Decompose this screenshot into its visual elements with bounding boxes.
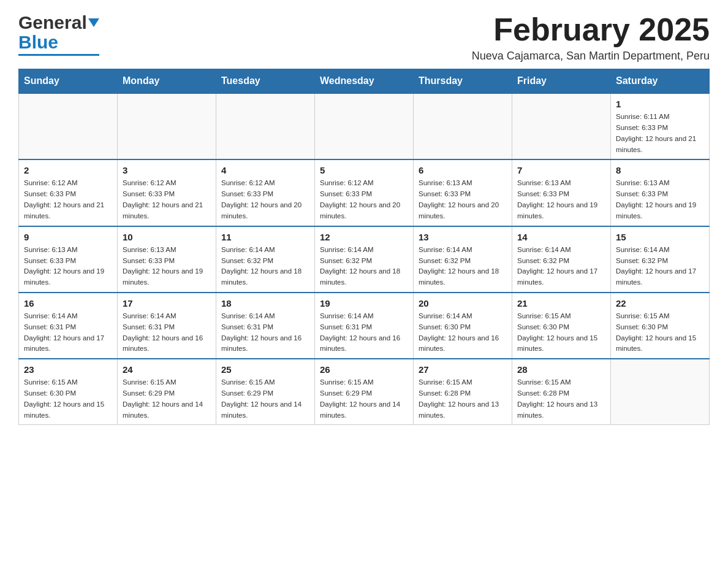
location-title: Nueva Cajamarca, San Martin Department, …: [472, 50, 710, 63]
logo-triangle-icon: [88, 18, 99, 27]
weekday-header-tuesday: Tuesday: [216, 69, 315, 94]
calendar-header: SundayMondayTuesdayWednesdayThursdayFrid…: [19, 69, 710, 94]
calendar-cell: 24Sunrise: 6:15 AMSunset: 6:29 PMDayligh…: [118, 359, 216, 425]
calendar-cell: 16Sunrise: 6:14 AMSunset: 6:31 PMDayligh…: [19, 293, 118, 359]
day-number: 27: [419, 364, 507, 375]
calendar-cell: 9Sunrise: 6:13 AMSunset: 6:33 PMDaylight…: [19, 226, 118, 293]
day-info: Sunrise: 6:12 AMSunset: 6:33 PMDaylight:…: [221, 178, 309, 221]
day-info: Sunrise: 6:15 AMSunset: 6:29 PMDaylight:…: [221, 377, 309, 421]
calendar-cell: 13Sunrise: 6:14 AMSunset: 6:32 PMDayligh…: [414, 226, 512, 293]
day-number: 9: [24, 232, 112, 242]
day-info: Sunrise: 6:14 AMSunset: 6:30 PMDaylight:…: [419, 311, 507, 354]
calendar-cell: 28Sunrise: 6:15 AMSunset: 6:28 PMDayligh…: [512, 359, 611, 425]
calendar-cell: 11Sunrise: 6:14 AMSunset: 6:32 PMDayligh…: [216, 226, 315, 293]
day-info: Sunrise: 6:14 AMSunset: 6:31 PMDaylight:…: [123, 311, 211, 354]
day-info: Sunrise: 6:15 AMSunset: 6:30 PMDaylight:…: [517, 311, 605, 354]
day-info: Sunrise: 6:15 AMSunset: 6:30 PMDaylight:…: [24, 377, 112, 421]
page-header: General Blue February 2025 Nueva Cajamar…: [18, 12, 710, 63]
calendar-body: 1Sunrise: 6:11 AMSunset: 6:33 PMDaylight…: [19, 93, 710, 425]
day-info: Sunrise: 6:14 AMSunset: 6:32 PMDaylight:…: [320, 245, 408, 288]
calendar-cell: 1Sunrise: 6:11 AMSunset: 6:33 PMDaylight…: [611, 93, 710, 159]
day-number: 17: [123, 298, 211, 308]
weekday-header-thursday: Thursday: [414, 69, 512, 94]
calendar-cell: 17Sunrise: 6:14 AMSunset: 6:31 PMDayligh…: [118, 293, 216, 359]
calendar-cell: [216, 93, 315, 159]
calendar-cell: 10Sunrise: 6:13 AMSunset: 6:33 PMDayligh…: [118, 226, 216, 293]
calendar-cell: 23Sunrise: 6:15 AMSunset: 6:30 PMDayligh…: [19, 359, 118, 425]
day-number: 8: [616, 165, 704, 175]
calendar-cell: 20Sunrise: 6:14 AMSunset: 6:30 PMDayligh…: [414, 293, 512, 359]
calendar-cell: 14Sunrise: 6:14 AMSunset: 6:32 PMDayligh…: [512, 226, 611, 293]
day-number: 23: [24, 364, 112, 375]
day-number: 24: [123, 364, 211, 375]
day-number: 18: [221, 298, 309, 308]
day-number: 22: [616, 298, 704, 308]
weekday-header-friday: Friday: [512, 69, 611, 94]
day-info: Sunrise: 6:15 AMSunset: 6:29 PMDaylight:…: [123, 377, 211, 421]
calendar-cell: 6Sunrise: 6:13 AMSunset: 6:33 PMDaylight…: [414, 159, 512, 226]
day-info: Sunrise: 6:15 AMSunset: 6:28 PMDaylight:…: [517, 377, 605, 421]
day-info: Sunrise: 6:14 AMSunset: 6:32 PMDaylight:…: [616, 245, 704, 288]
calendar-cell: [611, 359, 710, 425]
day-info: Sunrise: 6:15 AMSunset: 6:28 PMDaylight:…: [419, 377, 507, 421]
day-info: Sunrise: 6:14 AMSunset: 6:31 PMDaylight:…: [24, 311, 112, 354]
calendar-cell: 3Sunrise: 6:12 AMSunset: 6:33 PMDaylight…: [118, 159, 216, 226]
weekday-header-sunday: Sunday: [19, 69, 118, 94]
day-number: 26: [320, 364, 408, 375]
day-info: Sunrise: 6:13 AMSunset: 6:33 PMDaylight:…: [24, 245, 112, 288]
day-info: Sunrise: 6:13 AMSunset: 6:33 PMDaylight:…: [123, 245, 211, 288]
day-number: 12: [320, 232, 408, 242]
day-number: 14: [517, 232, 605, 242]
day-info: Sunrise: 6:14 AMSunset: 6:32 PMDaylight:…: [517, 245, 605, 288]
day-number: 21: [517, 298, 605, 308]
logo-underline: [18, 54, 99, 56]
calendar-cell: 22Sunrise: 6:15 AMSunset: 6:30 PMDayligh…: [611, 293, 710, 359]
day-number: 19: [320, 298, 408, 308]
day-number: 20: [419, 298, 507, 308]
logo-word-blue: Blue: [18, 32, 58, 53]
day-number: 2: [24, 165, 112, 175]
calendar-cell: 25Sunrise: 6:15 AMSunset: 6:29 PMDayligh…: [216, 359, 315, 425]
calendar-cell: 7Sunrise: 6:13 AMSunset: 6:33 PMDaylight…: [512, 159, 611, 226]
day-number: 7: [517, 165, 605, 175]
day-number: 5: [320, 165, 408, 175]
day-number: 15: [616, 232, 704, 242]
calendar-cell: 4Sunrise: 6:12 AMSunset: 6:33 PMDaylight…: [216, 159, 315, 226]
day-number: 11: [221, 232, 309, 242]
day-info: Sunrise: 6:14 AMSunset: 6:31 PMDaylight:…: [221, 311, 309, 354]
calendar-table: SundayMondayTuesdayWednesdayThursdayFrid…: [18, 69, 710, 425]
day-number: 25: [221, 364, 309, 375]
day-info: Sunrise: 6:15 AMSunset: 6:29 PMDaylight:…: [320, 377, 408, 421]
calendar-week-row: 23Sunrise: 6:15 AMSunset: 6:30 PMDayligh…: [19, 359, 710, 425]
day-info: Sunrise: 6:12 AMSunset: 6:33 PMDaylight:…: [123, 178, 211, 221]
day-info: Sunrise: 6:13 AMSunset: 6:33 PMDaylight:…: [419, 178, 507, 221]
day-number: 16: [24, 298, 112, 308]
weekday-header-monday: Monday: [118, 69, 216, 94]
day-info: Sunrise: 6:14 AMSunset: 6:31 PMDaylight:…: [320, 311, 408, 354]
day-number: 6: [419, 165, 507, 175]
day-number: 10: [123, 232, 211, 242]
weekday-header-saturday: Saturday: [611, 69, 710, 94]
day-info: Sunrise: 6:12 AMSunset: 6:33 PMDaylight:…: [24, 178, 112, 221]
calendar-cell: 26Sunrise: 6:15 AMSunset: 6:29 PMDayligh…: [315, 359, 414, 425]
calendar-cell: [315, 93, 414, 159]
calendar-week-row: 16Sunrise: 6:14 AMSunset: 6:31 PMDayligh…: [19, 293, 710, 359]
calendar-cell: 21Sunrise: 6:15 AMSunset: 6:30 PMDayligh…: [512, 293, 611, 359]
day-info: Sunrise: 6:13 AMSunset: 6:33 PMDaylight:…: [616, 178, 704, 221]
day-number: 1: [616, 99, 704, 109]
logo-word-general: General: [18, 12, 87, 33]
day-number: 3: [123, 165, 211, 175]
calendar-cell: 18Sunrise: 6:14 AMSunset: 6:31 PMDayligh…: [216, 293, 315, 359]
day-number: 13: [419, 232, 507, 242]
calendar-cell: [118, 93, 216, 159]
calendar-cell: 15Sunrise: 6:14 AMSunset: 6:32 PMDayligh…: [611, 226, 710, 293]
day-info: Sunrise: 6:13 AMSunset: 6:33 PMDaylight:…: [517, 178, 605, 221]
calendar-cell: [19, 93, 118, 159]
calendar-cell: 19Sunrise: 6:14 AMSunset: 6:31 PMDayligh…: [315, 293, 414, 359]
weekday-header-row: SundayMondayTuesdayWednesdayThursdayFrid…: [19, 69, 710, 94]
day-info: Sunrise: 6:14 AMSunset: 6:32 PMDaylight:…: [221, 245, 309, 288]
calendar-cell: 2Sunrise: 6:12 AMSunset: 6:33 PMDaylight…: [19, 159, 118, 226]
day-info: Sunrise: 6:14 AMSunset: 6:32 PMDaylight:…: [419, 245, 507, 288]
month-title: February 2025: [472, 12, 710, 47]
calendar-cell: 12Sunrise: 6:14 AMSunset: 6:32 PMDayligh…: [315, 226, 414, 293]
